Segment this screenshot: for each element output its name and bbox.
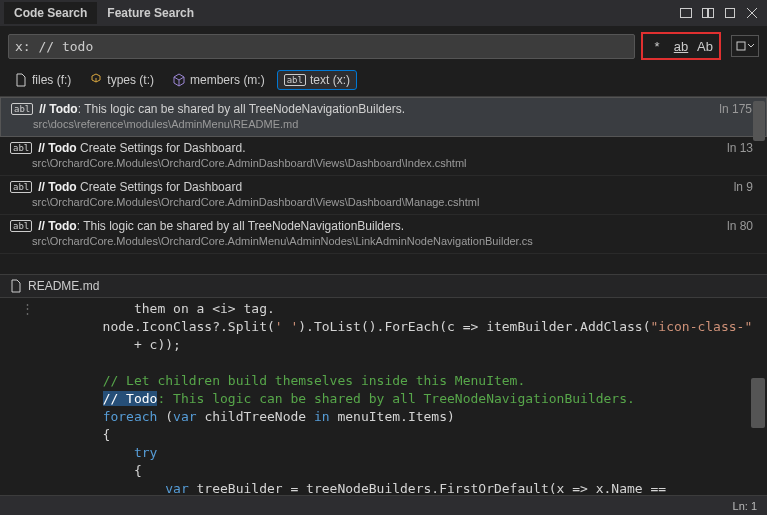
filter-types[interactable]: types (t:) (83, 71, 160, 89)
filter-label: text (x:) (310, 73, 350, 87)
abl-icon: abl (10, 142, 32, 154)
result-title: // Todo: This logic can be shared by all… (38, 219, 721, 233)
view-dropdown[interactable] (731, 35, 759, 57)
result-line: ln 9 (734, 180, 757, 194)
match-case-option[interactable]: Ab (694, 35, 716, 57)
search-result[interactable]: abl// Todo: This logic can be shared by … (0, 97, 767, 137)
result-title: // Todo Create Settings for Dashboard. (38, 141, 721, 155)
filter-label: members (m:) (190, 73, 265, 87)
search-result[interactable]: abl// Todo: This logic can be shared by … (0, 215, 767, 254)
svg-rect-0 (681, 9, 692, 18)
svg-rect-6 (737, 42, 745, 50)
open-file-name: README.md (28, 279, 99, 293)
filter-label: files (f:) (32, 73, 71, 87)
close-icon[interactable] (743, 5, 761, 21)
results-list: abl// Todo: This logic can be shared by … (0, 96, 767, 274)
types-icon (89, 73, 103, 87)
cursor-position: Ln: 1 (733, 500, 757, 512)
gutter: ⋮ (0, 298, 40, 495)
result-title: // Todo Create Settings for Dashboard (38, 180, 727, 194)
filter-row: files (f:) types (t:) members (m:) abl t… (0, 66, 767, 96)
filter-files[interactable]: files (f:) (8, 71, 77, 89)
abl-icon: abl (284, 74, 306, 86)
window-layout-icon[interactable] (677, 5, 695, 21)
titlebar: Code Search Feature Search (0, 0, 767, 26)
result-path: src\OrchardCore.Modules\OrchardCore.Admi… (10, 196, 757, 208)
results-scrollbar[interactable] (753, 101, 765, 141)
filter-members[interactable]: members (m:) (166, 71, 271, 89)
result-line: ln 13 (727, 141, 757, 155)
svg-rect-1 (703, 9, 708, 18)
filter-text[interactable]: abl text (x:) (277, 70, 357, 90)
code-preview: ⋮ them on a <i> tag. node.IconClass?.Spl… (0, 298, 767, 495)
abl-icon: abl (10, 220, 32, 232)
svg-rect-3 (726, 9, 735, 18)
cube-icon (172, 73, 186, 87)
tab-code-search[interactable]: Code Search (4, 2, 97, 24)
result-line: ln 175 (719, 102, 756, 116)
file-header: README.md (0, 274, 767, 298)
search-result[interactable]: abl// Todo Create Settings for Dashboard… (0, 137, 767, 176)
tab-feature-search[interactable]: Feature Search (97, 2, 204, 24)
abl-icon: abl (11, 103, 33, 115)
statusbar: Ln: 1 (0, 495, 767, 515)
filter-label: types (t:) (107, 73, 154, 87)
abl-icon: abl (10, 181, 32, 193)
code-scrollbar[interactable] (751, 378, 765, 428)
search-result[interactable]: abl// Todo Create Settings for Dashboard… (0, 176, 767, 215)
file-icon (10, 279, 22, 293)
search-options-highlight: * ab Ab (641, 32, 721, 60)
result-path: src\docs\reference\modules\AdminMenu\REA… (11, 118, 756, 130)
code-body[interactable]: them on a <i> tag. node.IconClass?.Split… (40, 298, 767, 495)
search-input[interactable] (8, 34, 635, 59)
result-line: ln 80 (727, 219, 757, 233)
wildcard-option[interactable]: * (646, 35, 668, 57)
result-title: // Todo: This logic can be shared by all… (39, 102, 713, 116)
result-path: src\OrchardCore.Modules\OrchardCore.Admi… (10, 235, 757, 247)
result-path: src\OrchardCore.Modules\OrchardCore.Admi… (10, 157, 757, 169)
svg-rect-2 (709, 9, 714, 18)
search-row: * ab Ab (0, 26, 767, 66)
whole-word-option[interactable]: ab (670, 35, 692, 57)
file-icon (14, 73, 28, 87)
window-split-icon[interactable] (699, 5, 717, 21)
maximize-icon[interactable] (721, 5, 739, 21)
